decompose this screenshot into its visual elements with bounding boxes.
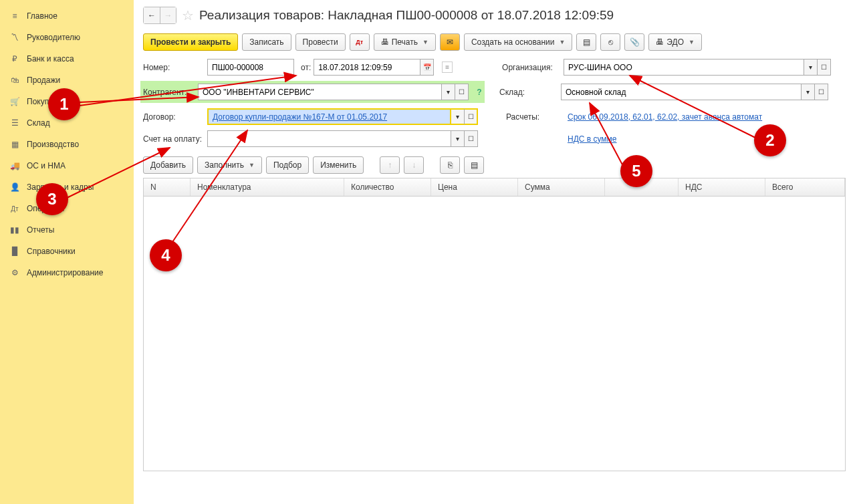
items-table: N Номенклатура Количество Цена Сумма НДС… bbox=[143, 178, 846, 471]
calc-link[interactable]: Срок 06.09.2018, 62.01, 62.02, зачет ава… bbox=[568, 112, 762, 122]
nav-buttons: ← → bbox=[143, 7, 176, 24]
calendar-button[interactable]: 📅 bbox=[420, 59, 434, 76]
col-item[interactable]: Номенклатура bbox=[191, 178, 344, 196]
list-icon: ▤ bbox=[583, 37, 590, 47]
main-content: ← → ☆ Реализация товаров: Накладная ПШ00… bbox=[134, 0, 855, 504]
counterparty-help-button[interactable]: ? bbox=[474, 84, 485, 100]
contract-label: Договор: bbox=[143, 112, 205, 122]
email-button[interactable]: ✉ bbox=[440, 33, 460, 51]
annotation-marker-2: 2 bbox=[754, 124, 786, 156]
nav-forward-button[interactable]: → bbox=[160, 7, 176, 23]
dt-kt-button[interactable]: Дт bbox=[350, 33, 370, 51]
invoice-open-button[interactable]: ☐ bbox=[465, 130, 478, 147]
counterparty-open-button[interactable]: ☐ bbox=[455, 84, 469, 100]
link-button[interactable]: ⎋ bbox=[600, 33, 620, 51]
cart-icon: 🛒 bbox=[9, 96, 20, 107]
number-input[interactable] bbox=[207, 59, 294, 76]
sidebar-item-bank[interactable]: ₽Банк и касса bbox=[0, 48, 134, 70]
col-sum[interactable]: Сумма bbox=[518, 178, 605, 196]
col-qty[interactable]: Количество bbox=[344, 178, 431, 196]
table-toolbar: Добавить Заполнить▼ Подбор Изменить ↑ ↓ … bbox=[143, 156, 846, 174]
date-input[interactable] bbox=[314, 59, 420, 76]
org-dropdown-button[interactable]: ▾ bbox=[804, 59, 818, 76]
move-up-button[interactable]: ↑ bbox=[380, 156, 400, 174]
clipboard-icon: ☰ bbox=[9, 118, 20, 128]
write-button[interactable]: Записать bbox=[242, 33, 291, 51]
annotation-marker-1: 1 bbox=[48, 88, 80, 120]
table-header: N Номенклатура Количество Цена Сумма НДС… bbox=[144, 178, 845, 197]
warehouse-input[interactable] bbox=[561, 84, 802, 100]
annotation-marker-3: 3 bbox=[36, 183, 68, 215]
bag-icon: 🛍 bbox=[9, 75, 20, 86]
sidebar-item-reports[interactable]: ▮▮Отчеты bbox=[0, 219, 134, 241]
main-toolbar: Провести и закрыть Записать Провести Дт … bbox=[143, 33, 846, 51]
gear-icon: ⚙ bbox=[9, 267, 20, 278]
org-label: Организация: bbox=[502, 63, 561, 72]
counterparty-input[interactable] bbox=[198, 84, 442, 100]
nds-link[interactable]: НДС в сумме bbox=[568, 134, 617, 144]
sidebar-item-manager[interactable]: 〽Руководителю bbox=[0, 27, 134, 48]
annotation-marker-4: 4 bbox=[150, 239, 182, 271]
warehouse-open-button[interactable]: ☐ bbox=[815, 84, 828, 100]
paperclip-icon: 📎 bbox=[630, 37, 640, 47]
table-body[interactable] bbox=[144, 197, 845, 471]
col-nds[interactable]: НДС bbox=[679, 178, 765, 196]
fill-button[interactable]: Заполнить▼ bbox=[197, 156, 262, 174]
bars-icon: ▮▮ bbox=[9, 225, 20, 235]
contract-open-button[interactable]: ☐ bbox=[465, 108, 478, 125]
create-based-button[interactable]: Создать на основании▼ bbox=[464, 33, 572, 51]
org-input[interactable] bbox=[564, 59, 804, 76]
col-n[interactable]: N bbox=[144, 178, 191, 196]
annotation-marker-5: 5 bbox=[620, 155, 652, 187]
org-open-button[interactable]: ☐ bbox=[818, 59, 831, 76]
link-icon: ⎋ bbox=[608, 37, 613, 47]
print-button[interactable]: 🖶Печать▼ bbox=[374, 33, 436, 51]
envelope-icon: ✉ bbox=[447, 37, 453, 47]
contract-input[interactable] bbox=[207, 108, 451, 125]
warehouse-dropdown-button[interactable]: ▾ bbox=[802, 84, 815, 100]
printer-icon: 🖶 bbox=[381, 37, 389, 47]
sidebar-item-admin[interactable]: ⚙Администрирование bbox=[0, 262, 134, 283]
book-icon: ▉ bbox=[9, 246, 20, 257]
warehouse-label: Склад: bbox=[499, 88, 558, 97]
favorite-star-icon[interactable]: ☆ bbox=[182, 7, 194, 23]
from-label: от: bbox=[301, 63, 311, 72]
invoice-label: Счет на оплату: bbox=[143, 134, 205, 144]
contract-dropdown-button[interactable]: ▾ bbox=[451, 108, 465, 125]
copy-button[interactable]: ⎘ bbox=[440, 156, 460, 174]
add-row-button[interactable]: Добавить bbox=[143, 156, 193, 174]
col-price[interactable]: Цена bbox=[431, 178, 518, 196]
post-button[interactable]: Провести bbox=[295, 33, 346, 51]
doc-status-icon[interactable]: ≡ bbox=[442, 61, 453, 73]
factory-icon: ▦ bbox=[9, 139, 20, 150]
nav-back-button[interactable]: ← bbox=[144, 7, 160, 23]
operations-icon: Дт bbox=[9, 203, 20, 214]
pick-button[interactable]: Подбор bbox=[266, 156, 309, 174]
number-label: Номер: bbox=[143, 63, 205, 72]
ruble-icon: ₽ bbox=[9, 53, 20, 64]
col-total[interactable]: Всего bbox=[765, 178, 845, 196]
sidebar-item-assets[interactable]: 🚚ОС и НМА bbox=[0, 155, 134, 176]
sidebar-item-sales[interactable]: 🛍Продажи bbox=[0, 70, 134, 91]
printer-icon: 🖶 bbox=[656, 37, 664, 47]
post-close-button[interactable]: Провести и закрыть bbox=[143, 33, 238, 51]
truck-icon: 🚚 bbox=[9, 160, 20, 171]
person-icon: 👤 bbox=[9, 182, 20, 193]
calc-label: Расчеты: bbox=[506, 112, 565, 122]
counterparty-dropdown-button[interactable]: ▾ bbox=[442, 84, 455, 100]
page-title: Реализация товаров: Накладная ПШ00-00000… bbox=[199, 8, 614, 23]
sidebar-item-production[interactable]: ▦Производство bbox=[0, 134, 134, 155]
change-button[interactable]: Изменить bbox=[313, 156, 364, 174]
sidebar-item-directories[interactable]: ▉Справочники bbox=[0, 241, 134, 262]
sidebar: ≡Главное 〽Руководителю ₽Банк и касса 🛍Пр… bbox=[0, 0, 134, 504]
invoice-input[interactable] bbox=[207, 130, 451, 147]
move-down-button[interactable]: ↓ bbox=[404, 156, 424, 174]
calendar-icon: 📅 bbox=[423, 64, 431, 71]
list-button[interactable]: ▤ bbox=[576, 33, 596, 51]
chart-icon: 〽 bbox=[9, 32, 20, 43]
edo-button[interactable]: 🖶ЭДО▼ bbox=[648, 33, 702, 51]
sidebar-item-main[interactable]: ≡Главное bbox=[0, 5, 134, 27]
paste-button[interactable]: ▤ bbox=[464, 156, 484, 174]
invoice-dropdown-button[interactable]: ▾ bbox=[451, 130, 465, 147]
attach-button[interactable]: 📎 bbox=[624, 33, 644, 51]
